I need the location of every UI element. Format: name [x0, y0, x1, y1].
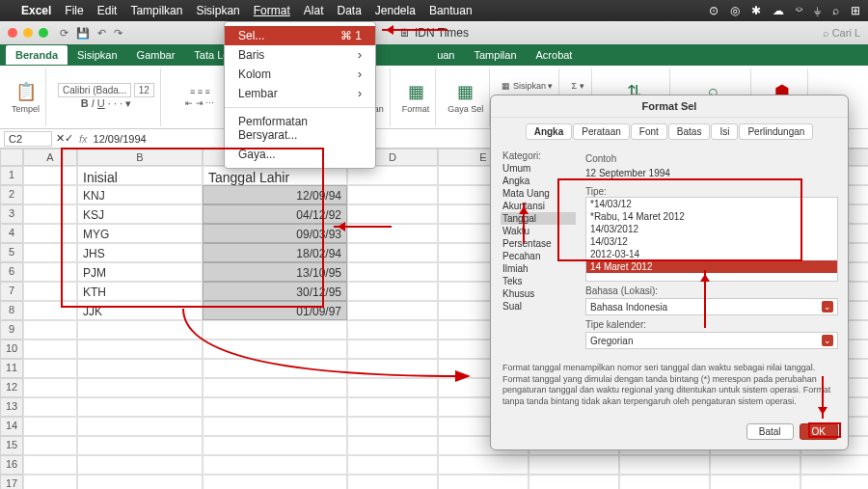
cell[interactable]	[203, 455, 347, 475]
row-header[interactable]: 16	[0, 455, 23, 475]
col-a[interactable]: A	[23, 149, 77, 166]
cell[interactable]	[800, 475, 868, 489]
search-ph[interactable]: Cari L	[832, 27, 860, 39]
cat-item-date[interactable]: Tanggal	[501, 212, 576, 225]
cell[interactable]	[203, 397, 347, 417]
type-item[interactable]: *14/03/12	[586, 198, 837, 210]
cell[interactable]	[347, 243, 438, 262]
type-item[interactable]: *Rabu, 14 Maret 2012	[586, 210, 837, 223]
cell[interactable]	[23, 397, 77, 417]
cell[interactable]	[438, 475, 529, 489]
underline-btn[interactable]: U	[97, 97, 105, 109]
cell[interactable]	[23, 262, 77, 282]
cell[interactable]: KNJ	[77, 185, 203, 204]
cell[interactable]: Tanggal Lahir	[203, 166, 347, 185]
row-header[interactable]: 12	[0, 378, 23, 397]
cell[interactable]	[203, 436, 347, 455]
cell[interactable]	[23, 475, 77, 489]
cell[interactable]	[710, 475, 800, 489]
col-b[interactable]: B	[77, 149, 203, 166]
cell[interactable]	[203, 359, 347, 378]
cell[interactable]	[529, 475, 619, 489]
cell[interactable]: 18/02/94	[203, 243, 347, 262]
fx-ok[interactable]: ✓	[65, 132, 73, 145]
menu-style[interactable]: Gaya...	[225, 145, 375, 164]
row-header[interactable]: 8	[0, 301, 23, 320]
cell[interactable]	[23, 417, 77, 436]
size-select[interactable]: 12	[134, 83, 154, 97]
row-header[interactable]: 1	[0, 166, 23, 185]
cell-styles[interactable]: ▦Gaya Sel	[442, 68, 490, 126]
cancel-button[interactable]: Batal	[746, 423, 794, 440]
save-icon[interactable]: 💾	[76, 27, 90, 40]
row-header[interactable]: 15	[0, 436, 23, 455]
cell[interactable]	[347, 455, 438, 475]
cell[interactable]	[347, 397, 438, 417]
cell[interactable]	[77, 455, 203, 475]
cell[interactable]	[23, 359, 77, 378]
cell[interactable]	[800, 455, 868, 475]
menu-file[interactable]: File	[65, 4, 83, 17]
cell[interactable]	[77, 475, 203, 489]
cell[interactable]	[23, 204, 77, 224]
tab-home[interactable]: Beranda	[6, 45, 68, 65]
redo-icon[interactable]: ↷	[114, 27, 122, 40]
cat-item[interactable]: Angka	[501, 175, 576, 187]
cat-item[interactable]: Sual	[501, 300, 576, 312]
cell[interactable]	[347, 378, 438, 397]
cell[interactable]: 12/09/94	[203, 185, 347, 204]
cell[interactable]: KSJ	[77, 204, 203, 224]
cell[interactable]	[23, 301, 77, 320]
row-header[interactable]: 5	[0, 243, 23, 262]
menu-edit[interactable]: Edit	[97, 4, 118, 17]
cell[interactable]	[347, 301, 438, 320]
cell[interactable]	[347, 340, 438, 359]
cell[interactable]	[23, 243, 77, 262]
tab-draw[interactable]: Gambar	[127, 45, 185, 65]
dtab-align[interactable]: Perataan	[573, 123, 630, 140]
dtab-border[interactable]: Batas	[668, 123, 711, 140]
cell[interactable]: 13/10/95	[203, 262, 347, 282]
row-header[interactable]: 10	[0, 340, 23, 359]
cat-item[interactable]: Persentase	[501, 237, 576, 250]
cell[interactable]	[203, 340, 347, 359]
select-all[interactable]	[0, 149, 23, 166]
fx-icon[interactable]: fx	[79, 133, 88, 145]
calendar-select[interactable]: Gregorian⌄	[585, 332, 838, 349]
menu-sheet[interactable]: Lembar›	[225, 84, 375, 103]
paste-group[interactable]: 📋Tempel	[6, 68, 46, 126]
menu-col[interactable]: Kolom›	[225, 65, 375, 84]
type-item-selected[interactable]: 14 Maret 2012	[586, 260, 837, 273]
cell[interactable]	[347, 204, 438, 224]
row-header[interactable]: 6	[0, 262, 23, 282]
cat-item[interactable]: Mata Uang	[501, 187, 576, 200]
cell[interactable]	[23, 436, 77, 455]
ok-button[interactable]: OK	[800, 423, 838, 440]
cell[interactable]	[77, 320, 203, 340]
cell[interactable]	[347, 417, 438, 436]
autosave-icon[interactable]: ⟳	[60, 27, 68, 40]
menu-help[interactable]: Bantuan	[429, 4, 473, 17]
locale-select[interactable]: Bahasa Indonesia⌄	[585, 298, 838, 315]
cell[interactable]: JJK	[77, 301, 203, 320]
cell[interactable]: KTH	[77, 282, 203, 301]
cell[interactable]	[77, 340, 203, 359]
cell[interactable]	[347, 166, 438, 185]
cell[interactable]	[347, 436, 438, 455]
menu-row[interactable]: Baris›	[225, 45, 375, 65]
font-select[interactable]: Calibri (Bada...	[58, 83, 131, 97]
cell[interactable]	[23, 282, 77, 301]
cell[interactable]: 09/03/93	[203, 224, 347, 243]
cell[interactable]	[203, 320, 347, 340]
cell[interactable]	[23, 166, 77, 185]
cat-item[interactable]: Pecahan	[501, 250, 576, 262]
cell[interactable]	[77, 397, 203, 417]
cell[interactable]	[203, 417, 347, 436]
cell[interactable]: MYG	[77, 224, 203, 243]
cell[interactable]	[23, 185, 77, 204]
cell[interactable]	[23, 320, 77, 340]
row-header[interactable]: 13	[0, 397, 23, 417]
cell[interactable]	[529, 455, 619, 475]
dtab-number[interactable]: Angka	[526, 123, 573, 140]
row-header[interactable]: 14	[0, 417, 23, 436]
